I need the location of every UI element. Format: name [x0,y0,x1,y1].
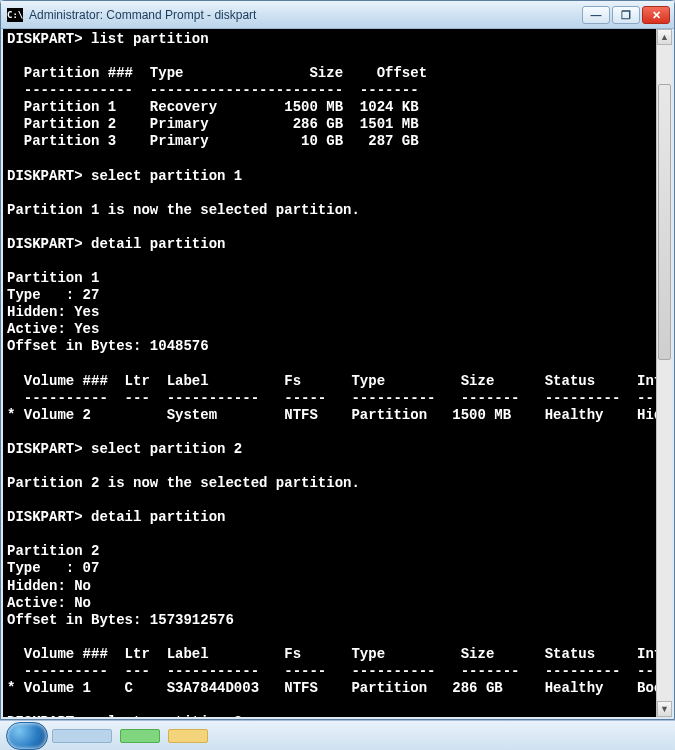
close-button[interactable]: ✕ [642,6,670,24]
start-button[interactable] [6,722,48,750]
vertical-scrollbar[interactable]: ▲ ▼ [656,29,672,717]
taskbar-item[interactable] [120,729,160,743]
minimize-button[interactable]: — [582,6,610,24]
command-prompt-window: C:\ Administrator: Command Prompt - disk… [0,0,675,720]
taskbar-item[interactable] [52,729,112,743]
console-wrap: DISKPART> list partition Partition ### T… [1,29,674,719]
console-output[interactable]: DISKPART> list partition Partition ### T… [3,29,656,717]
titlebar[interactable]: C:\ Administrator: Command Prompt - disk… [1,1,674,29]
cmd-icon: C:\ [7,8,23,22]
window-buttons: — ❐ ✕ [582,6,670,24]
scroll-track[interactable] [657,45,672,701]
taskbar[interactable] [0,720,675,750]
maximize-button[interactable]: ❐ [612,6,640,24]
taskbar-item[interactable] [168,729,208,743]
scroll-up-button[interactable]: ▲ [657,29,672,45]
scroll-down-button[interactable]: ▼ [657,701,672,717]
window-title: Administrator: Command Prompt - diskpart [29,8,582,22]
scroll-thumb[interactable] [658,84,671,360]
